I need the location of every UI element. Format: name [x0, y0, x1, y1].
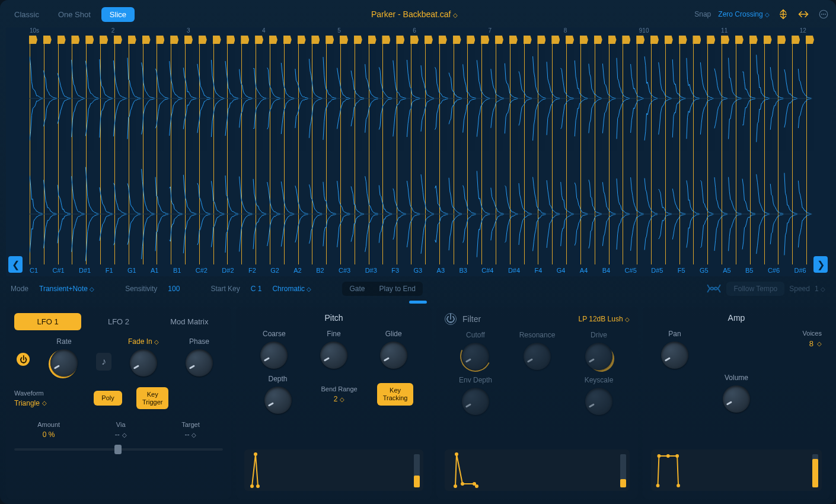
- waveform-nav-left[interactable]: ❮: [8, 256, 23, 273]
- fadein-knob[interactable]: [130, 349, 157, 377]
- horizontal-autofit-icon[interactable]: [797, 8, 810, 21]
- startkey-value[interactable]: C 1: [251, 285, 262, 293]
- svg-point-9: [454, 484, 457, 488]
- crossfade-icon[interactable]: [706, 282, 722, 295]
- amount-value[interactable]: 0 %: [43, 430, 55, 439]
- sync-note-button[interactable]: ♪: [96, 353, 111, 371]
- amp-panel: Amp Pan Voices 8◇ Volume: [643, 307, 830, 499]
- drive-label: Drive: [591, 331, 607, 339]
- snap-label: Snap: [694, 10, 711, 18]
- svg-point-8: [256, 484, 260, 488]
- waveform-select[interactable]: Triangle ◇: [14, 399, 47, 407]
- volume-knob[interactable]: [723, 385, 750, 413]
- rate-label: Rate: [56, 337, 71, 346]
- coarse-label: Coarse: [263, 330, 286, 338]
- coarse-knob[interactable]: [260, 342, 288, 369]
- lfo-power-button[interactable]: ⏻: [17, 353, 30, 366]
- snap-value[interactable]: Zero Crossing ◇: [718, 10, 770, 18]
- waveform-display[interactable]: 10s23456789101112 C1C#1D#1F1G1A1B1C#2D#2…: [6, 27, 830, 276]
- playtoend-button[interactable]: Play to End: [372, 282, 422, 296]
- rate-knob[interactable]: [50, 349, 78, 377]
- amp-envelope[interactable]: [651, 449, 822, 491]
- via-label: Via: [116, 421, 126, 428]
- bendrange-value[interactable]: 2 ◇: [334, 395, 345, 403]
- filter-title: Filter: [462, 314, 481, 324]
- pitch-panel: Pitch Coarse Fine Glide Depth Bend Range…: [236, 307, 432, 499]
- voices-value[interactable]: 8◇: [809, 339, 822, 348]
- via-select[interactable]: -- ◇: [115, 430, 127, 439]
- amount-label: Amount: [37, 421, 60, 428]
- mode-label: Mode: [11, 285, 28, 293]
- svg-point-10: [455, 452, 458, 456]
- envdepth-knob[interactable]: [462, 388, 489, 415]
- keyscale-knob[interactable]: [585, 388, 612, 415]
- filter-power-button[interactable]: ⏻: [445, 313, 457, 325]
- mode-tab-slice[interactable]: Slice: [101, 7, 135, 22]
- gate-button[interactable]: Gate: [342, 282, 372, 296]
- fine-label: Fine: [327, 330, 340, 338]
- target-label: Target: [181, 421, 200, 428]
- cutoff-knob[interactable]: [462, 343, 489, 370]
- svg-point-13: [475, 484, 478, 488]
- tab-lfo2[interactable]: LFO 2: [85, 313, 152, 330]
- pan-knob[interactable]: [661, 342, 688, 369]
- slice-param-strip: Mode Transient+Note ◇ Sensitivity 100 St…: [6, 279, 830, 299]
- glide-label: Glide: [385, 330, 402, 338]
- file-name[interactable]: Parker - Backbeat.caf ◇: [138, 9, 691, 19]
- tab-modmatrix[interactable]: Mod Matrix: [156, 313, 223, 330]
- volume-label: Volume: [725, 374, 748, 382]
- resonance-knob[interactable]: [524, 343, 551, 370]
- speed-value[interactable]: 1 ◇: [815, 285, 825, 293]
- speed-label: Speed: [789, 285, 810, 293]
- mode-select[interactable]: Transient+Note ◇: [39, 285, 94, 293]
- more-icon[interactable]: [817, 8, 830, 21]
- sensitivity-value[interactable]: 100: [168, 285, 180, 293]
- sensitivity-label: Sensitivity: [125, 285, 157, 293]
- svg-point-11: [461, 482, 464, 486]
- svg-point-15: [658, 454, 661, 458]
- waveform-left-channel: [30, 45, 812, 152]
- svg-point-2: [823, 14, 824, 15]
- waveform-right-channel: [30, 161, 812, 267]
- note-labels: C1C#1D#1F1G1A1B1C#2D#2F2G2A2B2C#3D#3F3G3…: [30, 267, 806, 274]
- horizontal-scrollbar[interactable]: [6, 299, 830, 305]
- keyscale-label: Keyscale: [585, 376, 614, 384]
- phase-label: Phase: [189, 337, 209, 346]
- tab-lfo1[interactable]: LFO 1: [14, 313, 81, 330]
- amount-slider[interactable]: [14, 444, 223, 455]
- keytrigger-button[interactable]: Key Trigger: [136, 387, 168, 409]
- chromatic-select[interactable]: Chromatic ◇: [272, 285, 311, 293]
- drive-knob[interactable]: [585, 343, 612, 370]
- filter-mode-select[interactable]: LP 12dB Lush ◇: [578, 315, 630, 323]
- mode-tabs: Classic One Shot Slice: [6, 7, 135, 22]
- resonance-label: Resonance: [519, 331, 556, 339]
- target-select[interactable]: -- ◇: [184, 430, 196, 439]
- depth-knob[interactable]: [264, 387, 292, 414]
- lfo-panel: LFO 1 LFO 2 Mod Matrix ⏻ Rate ♪ Fade In …: [6, 307, 231, 499]
- glide-knob[interactable]: [380, 342, 407, 369]
- vertical-autofit-icon[interactable]: [777, 8, 790, 21]
- pan-label: Pan: [668, 330, 681, 338]
- cutoff-label: Cutoff: [466, 331, 485, 339]
- mode-tab-oneshot[interactable]: One Shot: [50, 7, 99, 22]
- svg-point-1: [821, 14, 822, 15]
- depth-label: Depth: [268, 375, 287, 383]
- poly-button[interactable]: Poly: [94, 391, 122, 406]
- svg-point-7: [254, 452, 257, 456]
- file-chevron-icon: ◇: [453, 12, 458, 18]
- svg-point-6: [250, 484, 254, 488]
- fine-knob[interactable]: [320, 342, 347, 369]
- phase-knob[interactable]: [186, 349, 213, 377]
- pitch-envelope[interactable]: [244, 449, 423, 491]
- keytracking-button[interactable]: Key Tracking: [377, 383, 414, 405]
- waveform-nav-right[interactable]: ❯: [813, 256, 828, 273]
- waveform-label: Waveform: [14, 390, 44, 397]
- bendrange-label: Bend Range: [321, 385, 358, 393]
- svg-point-14: [656, 484, 660, 487]
- mode-tab-classic[interactable]: Classic: [6, 7, 47, 22]
- fadein-label[interactable]: Fade In ◇: [128, 337, 159, 346]
- envdepth-label: Env Depth: [459, 376, 492, 384]
- voices-label: Voices: [803, 330, 822, 337]
- follow-tempo-button[interactable]: Follow Tempo: [726, 282, 784, 296]
- filter-envelope[interactable]: [445, 449, 630, 491]
